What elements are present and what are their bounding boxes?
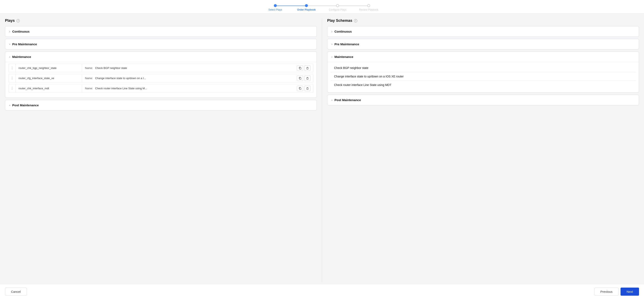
play-row-bgp: ⋮ router_chk_bgp_neighbor_state Name: Ch… bbox=[8, 64, 313, 72]
play-actions-bgp bbox=[294, 66, 313, 71]
step-label-review-playbook: Review Playbook bbox=[359, 8, 378, 11]
schema-item-bgp: Check BGP neighbor state bbox=[331, 64, 636, 72]
plays-section-pre-maintenance: › Pre Maintenance bbox=[5, 39, 317, 50]
plays-section-post-maintenance-label: Post Maintenance bbox=[12, 104, 39, 107]
svg-rect-3 bbox=[307, 78, 308, 79]
play-label-cfg-interface: Name: Change interface state to up/down … bbox=[82, 74, 294, 82]
cancel-button[interactable]: Cancel bbox=[5, 288, 27, 296]
play-name-bgp: router_chk_bgp_neighbor_state bbox=[16, 64, 82, 72]
chevron-right-schema-pre-maintenance: › bbox=[332, 43, 332, 46]
play-label-key-chk-interface-mdt: Name: bbox=[85, 87, 93, 90]
schemas-info-icon[interactable]: i bbox=[354, 19, 357, 22]
schemas-section-continuous: › Continuous bbox=[327, 26, 639, 37]
play-label-key-bgp: Name: bbox=[85, 66, 93, 70]
plays-section-continuous: › Continuous bbox=[5, 26, 317, 37]
schemas-panel: Play Schemas i › Continuous › Pre Mainte… bbox=[327, 18, 639, 282]
step-label-configure-plays: Configure Plays bbox=[329, 8, 346, 11]
schemas-section-maintenance: ‹ Maintenance Check BGP neighbor state C… bbox=[327, 52, 639, 92]
step-select-plays[interactable]: Select Plays bbox=[260, 4, 291, 11]
plays-section-post-maintenance: › Post Maintenance bbox=[5, 100, 317, 110]
chevron-right-post-maintenance: › bbox=[9, 104, 10, 107]
plays-panel-title: Plays i bbox=[5, 18, 317, 23]
plays-title-text: Plays bbox=[5, 18, 15, 23]
panel-divider bbox=[322, 18, 322, 282]
schema-item-interface-xe: Change interface state to up/down on a I… bbox=[331, 72, 636, 81]
schema-item-interface-mdt: Check router interface Line State using … bbox=[331, 81, 636, 89]
chevron-right-schema-continuous: › bbox=[332, 30, 332, 33]
delete-button-cfg-interface[interactable] bbox=[304, 76, 310, 81]
svg-rect-0 bbox=[299, 68, 301, 69]
plays-section-maintenance: ‹ Maintenance ⋮ router_chk_bgp_neighbor_… bbox=[5, 52, 317, 98]
play-label-value-chk-interface-mdt: Check router interface Line State using … bbox=[95, 87, 147, 90]
step-order-playbook[interactable]: Order Playbook bbox=[291, 4, 322, 11]
stepper-container: Select Plays Order Playbook Configure Pl… bbox=[0, 0, 644, 14]
plays-section-continuous-label: Continuous bbox=[12, 30, 30, 33]
footer-right: Previous Next bbox=[594, 288, 639, 296]
schemas-section-continuous-header[interactable]: › Continuous bbox=[328, 26, 639, 36]
play-row-chk-interface-mdt: ⋮ router_chk_interface_mdt Name: Check r… bbox=[8, 84, 313, 92]
chevron-down-maintenance: ‹ bbox=[9, 56, 10, 58]
drag-handle-chk-interface-mdt[interactable]: ⋮ bbox=[9, 84, 16, 92]
play-label-key-cfg-interface: Name: bbox=[85, 76, 93, 80]
plays-section-maintenance-header[interactable]: ‹ Maintenance bbox=[5, 52, 316, 62]
copy-button-cfg-interface[interactable] bbox=[297, 76, 303, 81]
step-review-playbook[interactable]: Review Playbook bbox=[353, 4, 384, 11]
stepper: Select Plays Order Playbook Configure Pl… bbox=[260, 4, 384, 11]
schemas-section-pre-maintenance: › Pre Maintenance bbox=[327, 39, 639, 50]
plays-section-maintenance-label: Maintenance bbox=[12, 55, 31, 58]
schemas-section-pre-maintenance-label: Pre Maintenance bbox=[334, 42, 359, 46]
plays-panel: Plays i › Continuous › Pre Maintenance ‹… bbox=[5, 18, 317, 282]
schemas-section-maintenance-body: Check BGP neighbor state Change interfac… bbox=[328, 62, 639, 92]
step-circle-select-plays bbox=[274, 4, 277, 7]
step-label-order-playbook: Order Playbook bbox=[297, 8, 316, 11]
copy-button-chk-interface-mdt[interactable] bbox=[297, 86, 303, 91]
svg-rect-5 bbox=[307, 88, 308, 90]
plays-info-icon[interactable]: i bbox=[16, 19, 20, 22]
plays-section-pre-maintenance-label: Pre Maintenance bbox=[12, 42, 37, 46]
delete-button-chk-interface-mdt[interactable] bbox=[304, 86, 310, 91]
schemas-section-maintenance-header[interactable]: ‹ Maintenance bbox=[328, 52, 639, 62]
chevron-right-continuous: › bbox=[9, 30, 10, 33]
schemas-title-text: Play Schemas bbox=[327, 18, 352, 23]
plays-section-continuous-header[interactable]: › Continuous bbox=[5, 26, 316, 36]
step-line-order-playbook bbox=[306, 6, 338, 6]
plays-section-maintenance-body: ⋮ router_chk_bgp_neighbor_state Name: Ch… bbox=[5, 62, 316, 98]
drag-handle-cfg-interface[interactable]: ⋮ bbox=[9, 74, 16, 82]
step-line-configure-plays bbox=[338, 6, 369, 6]
svg-rect-2 bbox=[299, 78, 301, 79]
schemas-section-post-maintenance: › Post Maintenance bbox=[327, 95, 639, 105]
schemas-section-post-maintenance-label: Post Maintenance bbox=[334, 98, 361, 102]
svg-rect-4 bbox=[299, 88, 301, 90]
copy-button-bgp[interactable] bbox=[297, 66, 303, 71]
play-name-chk-interface-mdt: router_chk_interface_mdt bbox=[16, 85, 82, 92]
previous-button[interactable]: Previous bbox=[594, 288, 618, 296]
schemas-section-continuous-label: Continuous bbox=[334, 30, 352, 33]
main-content: Plays i › Continuous › Pre Maintenance ‹… bbox=[0, 14, 644, 299]
delete-button-bgp[interactable] bbox=[304, 66, 310, 71]
schemas-section-pre-maintenance-header[interactable]: › Pre Maintenance bbox=[328, 39, 639, 49]
drag-handle-bgp[interactable]: ⋮ bbox=[9, 64, 16, 72]
plays-section-pre-maintenance-header[interactable]: › Pre Maintenance bbox=[5, 39, 316, 49]
play-label-value-bgp: Check BGP neighbor state bbox=[95, 66, 127, 70]
plays-section-post-maintenance-header[interactable]: › Post Maintenance bbox=[5, 100, 316, 110]
chevron-down-schema-maintenance: ‹ bbox=[332, 56, 332, 58]
next-button[interactable]: Next bbox=[620, 288, 639, 296]
play-label-value-cfg-interface: Change interface state to up/down on a I… bbox=[95, 76, 146, 80]
chevron-right-pre-maintenance: › bbox=[9, 43, 10, 46]
schemas-panel-title: Play Schemas i bbox=[327, 18, 639, 23]
play-label-bgp: Name: Check BGP neighbor state bbox=[82, 64, 294, 72]
play-actions-chk-interface-mdt bbox=[294, 86, 313, 91]
step-line-select-plays bbox=[275, 6, 306, 6]
schemas-section-maintenance-label: Maintenance bbox=[334, 55, 353, 58]
svg-rect-1 bbox=[307, 68, 308, 69]
step-circle-configure-plays bbox=[336, 4, 339, 7]
step-configure-plays[interactable]: Configure Plays bbox=[322, 4, 353, 11]
footer: Cancel Previous Next bbox=[0, 284, 644, 299]
chevron-right-schema-post-maintenance: › bbox=[332, 99, 332, 102]
play-label-chk-interface-mdt: Name: Check router interface Line State … bbox=[82, 85, 294, 92]
play-name-cfg-interface: router_cfg_interface_state_xe bbox=[16, 74, 82, 82]
step-label-select-plays: Select Plays bbox=[268, 8, 282, 11]
play-actions-cfg-interface bbox=[294, 76, 313, 81]
schemas-section-post-maintenance-header[interactable]: › Post Maintenance bbox=[328, 95, 639, 105]
play-row-cfg-interface: ⋮ router_cfg_interface_state_xe Name: Ch… bbox=[8, 74, 313, 82]
